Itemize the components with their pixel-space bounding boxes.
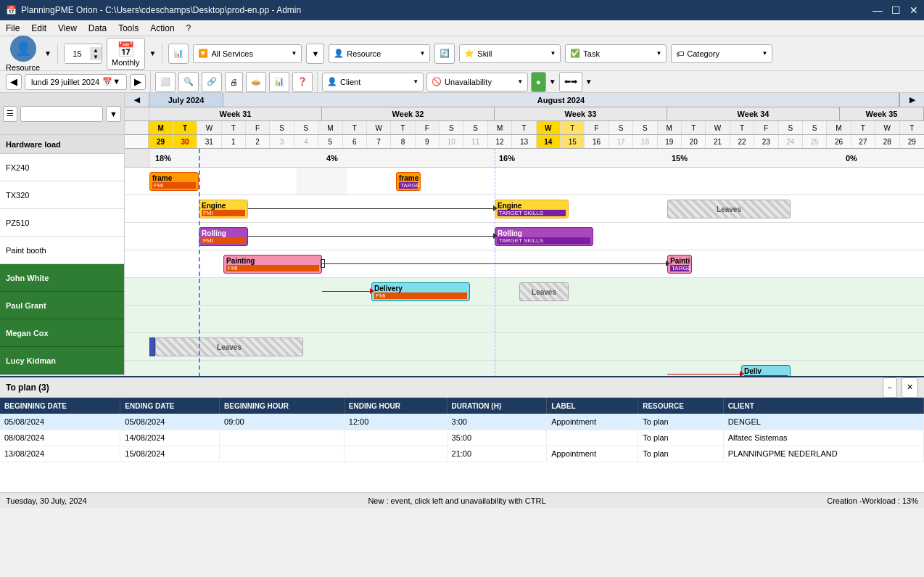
skill-label: Skill [477,49,492,58]
spinner-down[interactable]: ▼ [90,54,102,60]
resource-icon: 👤 [10,36,36,62]
refresh-btn[interactable]: 🔄 [434,44,455,64]
search-btn[interactable]: 🔍 [178,72,199,92]
bottom-close-btn[interactable]: ✕ [902,377,918,398]
titlebar-controls[interactable]: — ☐ ✕ [873,4,918,16]
menu-file[interactable]: File [6,23,20,33]
nav-prev[interactable]: ◀ [125,93,149,107]
week-32: Week 32 [322,107,495,120]
menu-tools[interactable]: Tools [118,23,139,33]
filter-btn[interactable]: ▼ [306,44,324,64]
bottom-collapse-btn[interactable]: − [883,377,897,398]
toggle-1-arrow[interactable]: ▼ [549,78,556,86]
chart-bar-btn[interactable]: 📊 [168,44,189,64]
day-letter-6: T [343,121,367,134]
day-letter-29b: T [900,121,924,134]
day-letter-11: S [463,121,487,134]
event-rolling-pz510-2[interactable]: Rolling TARGET SKILLS [495,227,593,246]
event-painting-pb-1[interactable]: Painting FMI [223,255,322,274]
event-rolling-pz510-1[interactable]: Rolling FMI [199,227,248,246]
statusbar: Tuesday, 30 July, 2024 New : event, clic… [0,492,924,508]
next-nav-btn[interactable]: ▶ [130,74,146,90]
resource-panel: ☰ ▼ Hardware load FX240 TX320 PZ510 Pain… [0,93,125,376]
menu-data[interactable]: Data [88,23,107,33]
client-dropdown[interactable]: 👤 Client ▼ [322,73,424,91]
pie-btn[interactable]: 🥧 [246,72,266,92]
week-33: Week 33 [495,107,667,120]
day-letter-15: T [561,121,585,134]
menu-edit[interactable]: Edit [31,23,46,33]
close-btn[interactable]: ✕ [909,4,918,16]
table-row[interactable]: 08/08/2024 14/08/2024 35:00 To plan Alfa… [0,430,924,446]
day-letter-13: T [512,121,536,134]
separator-3 [150,72,151,92]
event-delivery-lucy[interactable]: Deliv TARGE [741,365,791,376]
menubar: File Edit View Data Tools Action ? [0,20,924,36]
event-leaves-jw[interactable]: Leaves [519,282,569,301]
skill-dropdown[interactable]: ⭐ Skill ▼ [459,44,561,63]
event-engine-tx320-1[interactable]: Engine FMI [199,200,248,218]
menu-view[interactable]: View [58,23,77,33]
separator-4 [317,72,318,92]
day-letter-2: F [246,121,270,134]
table-row[interactable]: 13/08/2024 15/08/2024 21:00 Appointment … [0,446,924,462]
maximize-btn[interactable]: ☐ [891,4,901,16]
nav-next[interactable]: ▶ [899,93,924,107]
separator-2 [162,44,162,64]
col-label: LABEL [547,398,638,414]
help-btn[interactable]: ❓ [292,72,313,92]
day-number-row: 29 30 31 1 2 3 4 5 6 7 8 9 10 11 12 13 1… [125,135,924,149]
menu-help[interactable]: ? [186,23,191,33]
select-btn[interactable]: ⬜ [155,72,176,92]
arrow-line-lucy [667,374,741,375]
resource-filter-btn[interactable]: ▼ [106,106,121,122]
arrow-head-pb [666,261,670,266]
day-letter-29: M [149,121,173,134]
spinner-up[interactable]: ▲ [90,47,102,54]
resource-dropdown-arrow[interactable]: ▼ [44,49,51,57]
lucy-kidman-row: Deliv TARGE [125,361,924,376]
event-frame-fx240-1[interactable]: frame FMI [149,172,199,191]
print-btn[interactable]: 🖨 [225,72,243,92]
monthly-button[interactable]: 📅 Monthly [107,38,145,70]
week-spacer [125,107,149,120]
month-august: August 2024 [223,93,899,107]
hw-pct-32: 4% [326,154,338,163]
event-leaves-megan[interactable]: Leaves [155,337,303,356]
monthly-dropdown-arrow[interactable]: ▼ [149,49,157,57]
date-text: lundi 29 juillet 2024 [31,78,99,86]
resource-fx240: FX240 [0,154,124,181]
resource-tx320: TX320 [0,181,124,209]
calendar-dropdown-icon[interactable]: 📅▼ [102,77,120,86]
client-label: Client [340,78,360,86]
bottom-panel-header: To plan (3) − ✕ [0,377,924,398]
category-dropdown[interactable]: 🏷 Category ▼ [671,44,772,63]
all-services-dropdown[interactable]: 🔽 All Services ▼ [193,44,302,63]
unavailability-dropdown[interactable]: 🚫 Unavailability ▼ [426,73,528,91]
task-dropdown[interactable]: ✅ Task ▼ [565,44,667,63]
day-letter-25: S [803,121,827,134]
event-engine-tx320-2[interactable]: Engine TARGET SKILLS [495,200,569,218]
event-leaves-tx320[interactable]: Leaves [667,200,791,218]
minimize-btn[interactable]: — [873,4,883,16]
day-letter-10: S [440,121,463,134]
export-btn[interactable]: 📊 [269,72,289,92]
toggle-2-arrow[interactable]: ▼ [585,78,593,86]
john-white-row: Delivery FMI Leaves [125,278,924,306]
client-icon: 👤 [327,77,337,86]
list-view-btn[interactable]: ☰ [3,106,17,122]
spinner-input[interactable] [65,44,90,63]
event-painting-pb-2[interactable]: Painti TARGE [667,255,692,274]
prev-nav-btn[interactable]: ◀ [6,74,22,90]
table-row[interactable]: 05/08/2024 05/08/2024 09:00 12:00 3:00 A… [0,414,924,430]
event-delivery-jw[interactable]: Delivery FMI [371,282,470,301]
resource-filter-dropdown[interactable]: 👤 Resource ▼ [329,44,430,63]
hardware-row: 18% 4% 16% 15% 0% [125,149,924,168]
resource-button[interactable]: 👤 Resource [6,36,40,72]
toggle-2-btn[interactable]: ⬅➡ [559,72,582,92]
arrow-head-lucy [740,371,744,376]
menu-action[interactable]: Action [150,23,174,33]
link-btn[interactable]: 🔗 [202,72,222,92]
toggle-1-btn[interactable]: ● [531,72,546,92]
event-frame-fx240-2[interactable]: frame TARGE [396,172,421,191]
